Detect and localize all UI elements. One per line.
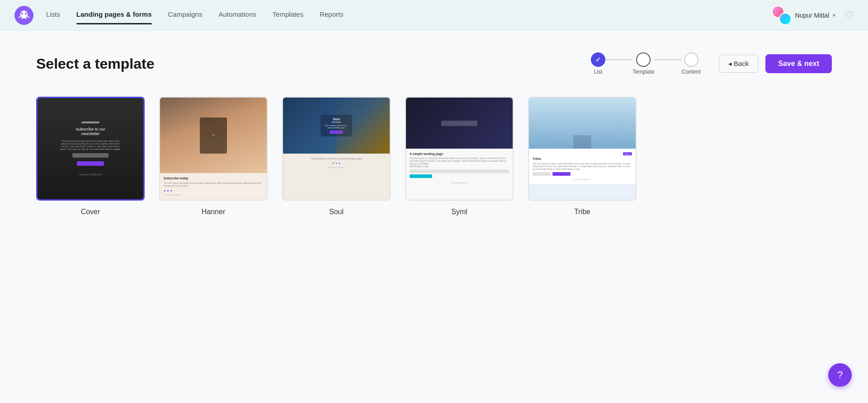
step-list: ✓ List (591, 52, 605, 75)
user-info[interactable]: Nupur Mittal ▾ (772, 5, 835, 25)
step-list-label: List (594, 69, 603, 75)
nav-campaigns[interactable]: Campaigns (168, 10, 203, 20)
svg-point-1 (20, 10, 28, 19)
template-card-soul[interactable]: Soul template The template is perfect fo… (282, 97, 391, 216)
syml-preview: A simple landing page Use this section t… (406, 98, 513, 200)
soul-preview: Soul template The template is perfect fo… (283, 98, 390, 200)
step-content-circle (684, 52, 698, 67)
step-template-label: Template (632, 69, 655, 75)
step-connector-2 (655, 59, 682, 60)
template-thumbnail-soul[interactable]: Soul template The template is perfect fo… (282, 97, 391, 201)
soul-bottom: The template is perfect for a personal l… (283, 154, 390, 172)
back-button[interactable]: ◂ Back (719, 55, 759, 73)
cover-subscribe-text: Subscribe to ournewsletter (75, 127, 105, 136)
nav-links: Lists Landing pages & forms Campaigns Au… (46, 10, 772, 20)
step-list-circle: ✓ (591, 52, 605, 67)
syml-content: A simple landing page Use this section t… (406, 149, 513, 187)
template-card-hanner[interactable]: 📸 Subscribe today You can share subscrib… (159, 97, 268, 216)
tribe-title: Tribe (533, 157, 632, 161)
nav-templates[interactable]: Templates (273, 10, 303, 20)
soul-social-icons: ● ● ● (287, 162, 386, 164)
templates-grid: Subscribe to ournewsletter Use this sect… (36, 97, 832, 216)
cover-subscribe-btn (77, 161, 104, 166)
template-card-tribe[interactable]: Signup Tribe Use this section to give mo… (528, 97, 637, 216)
help-button[interactable]: ? (828, 363, 852, 387)
hanner-bottom: Subscribe today You can share subscriber… (160, 173, 267, 200)
syml-body: Use this section to give your email subs… (410, 157, 509, 168)
template-card-cover[interactable]: Subscribe to ournewsletter Use this sect… (36, 97, 145, 216)
hanner-title: Subscribe today (164, 177, 263, 180)
step-template-circle (636, 52, 651, 67)
save-next-button[interactable]: Save & next (765, 54, 832, 73)
step-template: Template (632, 52, 655, 75)
template-thumbnail-syml[interactable]: A simple landing page Use this section t… (405, 97, 514, 201)
step-connector-1 (605, 59, 632, 60)
page-header: Select a template ✓ List Template Conten… (36, 52, 832, 75)
template-thumbnail-tribe[interactable]: Signup Tribe Use this section to give mo… (528, 97, 637, 201)
steps-container: ✓ List Template Content (591, 52, 701, 75)
tribe-image (529, 98, 636, 149)
main-content: Select a template ✓ List Template Conten… (0, 31, 868, 238)
tribe-subscribe-btn (552, 172, 571, 176)
svg-point-3 (25, 13, 27, 14)
syml-top (406, 98, 513, 149)
nav-lists[interactable]: Lists (46, 10, 60, 20)
soul-top: Soul template The template is perfect fo… (283, 98, 390, 154)
step-content: Content (682, 52, 701, 75)
template-thumbnail-cover[interactable]: Subscribe to ournewsletter Use this sect… (36, 97, 145, 201)
navbar-right: Nupur Mittal ▾ ♡ (772, 5, 854, 25)
navbar: Lists Landing pages & forms Campaigns Au… (0, 0, 868, 31)
template-name-soul: Soul (329, 208, 344, 216)
template-thumbnail-hanner[interactable]: 📸 Subscribe today You can share subscrib… (159, 97, 268, 201)
svg-point-2 (21, 13, 23, 14)
nav-automations[interactable]: Automations (218, 10, 256, 20)
template-name-tribe: Tribe (574, 208, 590, 216)
tribe-body: Use this section to give more informatio… (533, 162, 632, 170)
tribe-back-btn (533, 172, 551, 176)
syml-input (410, 169, 509, 173)
template-name-syml: Syml (451, 208, 467, 216)
template-name-cover: Cover (81, 208, 100, 216)
syml-title: A simple landing page (410, 152, 509, 155)
favorites-button[interactable]: ♡ (844, 9, 854, 21)
cover-preview: Subscribe to ournewsletter Use this sect… (38, 98, 143, 199)
user-avatar (772, 5, 792, 25)
hanner-image: 📸 (160, 98, 267, 173)
header-actions: ◂ Back Save & next (719, 54, 832, 73)
tribe-preview: Signup Tribe Use this section to give mo… (529, 98, 636, 200)
user-dropdown-arrow: ▾ (833, 12, 835, 19)
page-title: Select a template (36, 56, 154, 72)
app-logo[interactable] (14, 6, 33, 25)
tribe-buttons (533, 172, 632, 176)
hanner-social-icons: ●●● (164, 189, 263, 192)
template-card-syml[interactable]: A simple landing page Use this section t… (405, 97, 514, 216)
syml-subscribe-btn (410, 174, 432, 178)
nav-reports[interactable]: Reports (320, 10, 344, 20)
hanner-preview: 📸 Subscribe today You can share subscrib… (160, 98, 267, 200)
template-name-hanner: Hanner (202, 208, 225, 216)
cover-email-input (72, 153, 108, 158)
nav-landing-pages-forms[interactable]: Landing pages & forms (76, 10, 152, 20)
user-name: Nupur Mittal (795, 12, 829, 19)
step-content-label: Content (682, 69, 701, 75)
